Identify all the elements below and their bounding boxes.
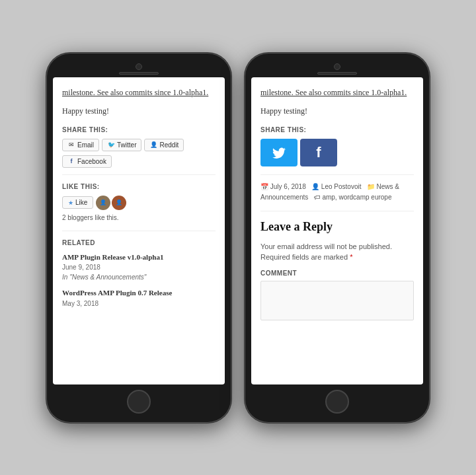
divider-1 <box>62 174 216 175</box>
phone-bottom-left <box>127 384 151 416</box>
reply-info-text: Your email address will not be published… <box>260 242 392 262</box>
avatar-group: 👤 👤 <box>96 196 126 210</box>
comment-textarea[interactable] <box>260 281 414 320</box>
divider-2 <box>62 231 216 231</box>
milestone-link-right[interactable]: milestone. See also commits since 1.0-al… <box>260 88 407 97</box>
reply-info: Your email address will not be published… <box>260 241 414 263</box>
screen-right: milestone. See also commits since 1.0-al… <box>251 77 423 384</box>
facebook-large-btn[interactable]: f <box>300 139 337 166</box>
meta-author: Leo Postovoit <box>321 183 362 190</box>
happy-testing-right: Happy testing! <box>260 105 414 117</box>
reddit-share-btn[interactable]: 👤 Reddit <box>144 139 184 151</box>
like-button[interactable]: ★ Like <box>62 196 93 209</box>
related-title-2[interactable]: WordPress AMP Plugin 0.7 Release <box>62 287 216 299</box>
avatar-2: 👤 <box>112 196 126 210</box>
related-date-2: May 3, 2018 <box>62 299 216 309</box>
meta-folder-icon: 📁 <box>367 183 375 190</box>
social-share-large: f <box>260 139 414 166</box>
meta-tag-icon: 🏷 <box>314 194 321 201</box>
star-icon: ★ <box>68 200 73 206</box>
meta-calendar-icon: 📅 <box>260 183 268 190</box>
like-section: LIKE THIS: ★ Like 👤 👤 <box>62 182 216 223</box>
twitter-label: Twitter <box>117 141 136 149</box>
phone-left: milestone. See also commits since 1.0-al… <box>46 53 231 423</box>
phones-container: milestone. See also commits since 1.0-al… <box>46 53 430 423</box>
screen-left: milestone. See also commits since 1.0-al… <box>53 77 225 384</box>
milestone-text-right: milestone. See also commits since 1.0-al… <box>260 87 414 98</box>
avatar-1: 👤 <box>96 196 110 210</box>
related-label: RELATED <box>62 238 216 248</box>
required-star: * <box>350 253 352 261</box>
facebook-share-wrapper: f Facebook <box>62 155 216 168</box>
home-button-left[interactable] <box>127 390 151 414</box>
meta-date: July 6, 2018 <box>270 183 306 190</box>
phone-top-left <box>53 59 225 77</box>
screen-content-right: milestone. See also commits since 1.0-al… <box>251 77 423 384</box>
phone-bottom-right <box>325 384 349 416</box>
reddit-label: Reddit <box>159 141 178 149</box>
facebook-f-icon: f <box>316 144 321 161</box>
twitter-share-btn[interactable]: 🐦 Twitter <box>102 139 141 151</box>
related-date-1: June 9, 2018 <box>62 262 216 272</box>
related-title-1[interactable]: AMP Plugin Release v1.0-alpha1 <box>62 252 216 263</box>
phone-top-right <box>251 59 423 77</box>
related-section: RELATED AMP Plugin Release v1.0-alpha1 J… <box>62 238 216 309</box>
meta-section: 📅 July 6, 2018 👤 Leo Postovoit 📁 News & … <box>260 182 414 203</box>
twitter-icon: 🐦 <box>107 141 115 148</box>
speaker-left <box>119 72 159 75</box>
screen-content-left: milestone. See also commits since 1.0-al… <box>53 77 225 384</box>
related-category-1: In "News & Announcements" <box>62 272 216 282</box>
milestone-text-left: milestone. See also commits since 1.0-al… <box>62 87 216 98</box>
facebook-share-btn[interactable]: f Facebook <box>62 155 112 168</box>
speaker-right <box>317 72 357 75</box>
facebook-label: Facebook <box>77 158 106 165</box>
phone-right: milestone. See also commits since 1.0-al… <box>245 53 430 423</box>
leave-reply-title: Leave a Reply <box>260 218 414 236</box>
meta-author-icon: 👤 <box>311 183 319 190</box>
divider-right-1 <box>260 174 414 175</box>
related-item-1: AMP Plugin Release v1.0-alpha1 June 9, 2… <box>62 252 216 283</box>
meta-tags[interactable]: amp, wordcamp europe <box>322 194 391 201</box>
like-btn-label: Like <box>75 199 87 206</box>
related-item-2: WordPress AMP Plugin 0.7 Release May 3, … <box>62 287 216 309</box>
camera-right <box>334 63 340 70</box>
email-icon: ✉ <box>67 141 75 148</box>
twitter-large-btn[interactable] <box>260 139 298 166</box>
twitter-bird-icon <box>272 146 286 159</box>
share-label-left: SHARE THIS: <box>62 125 216 135</box>
reddit-icon: 👤 <box>149 141 157 148</box>
camera-left <box>136 63 142 70</box>
share-label-right: SHARE THIS: <box>260 125 414 135</box>
bloggers-text: 2 bloggers like this. <box>62 213 216 223</box>
email-share-btn[interactable]: ✉ Email <box>62 139 99 151</box>
facebook-icon-small: f <box>67 158 75 164</box>
share-buttons-row: ✉ Email 🐦 Twitter 👤 Reddit <box>62 139 216 151</box>
happy-testing-left: Happy testing! <box>62 105 216 117</box>
comment-label: COMMENT <box>260 268 414 278</box>
milestone-link[interactable]: milestone. See also commits since 1.0-al… <box>62 88 208 97</box>
home-button-right[interactable] <box>325 390 349 414</box>
divider-right-2 <box>260 211 414 211</box>
like-row: ★ Like 👤 👤 <box>62 196 216 210</box>
email-label: Email <box>77 141 94 149</box>
like-label: LIKE THIS: <box>62 182 216 192</box>
